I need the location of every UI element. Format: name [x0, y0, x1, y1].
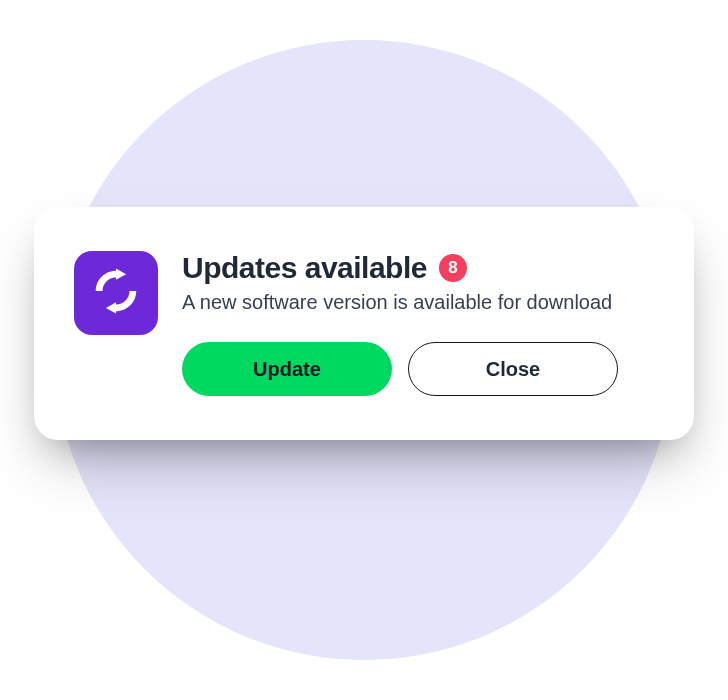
dialog-title-row: Updates available 8 — [182, 251, 654, 285]
dialog-title: Updates available — [182, 251, 427, 285]
dialog-icon-container — [74, 251, 158, 335]
dialog-button-row: Update Close — [182, 342, 654, 396]
dialog-content: Updates available 8 A new software versi… — [182, 251, 654, 396]
update-dialog: Updates available 8 A new software versi… — [34, 207, 694, 440]
update-count-badge: 8 — [439, 254, 467, 282]
sync-arrows-icon — [89, 264, 143, 322]
close-button[interactable]: Close — [408, 342, 618, 396]
dialog-subtitle: A new software version is available for … — [182, 291, 654, 314]
update-button[interactable]: Update — [182, 342, 392, 396]
